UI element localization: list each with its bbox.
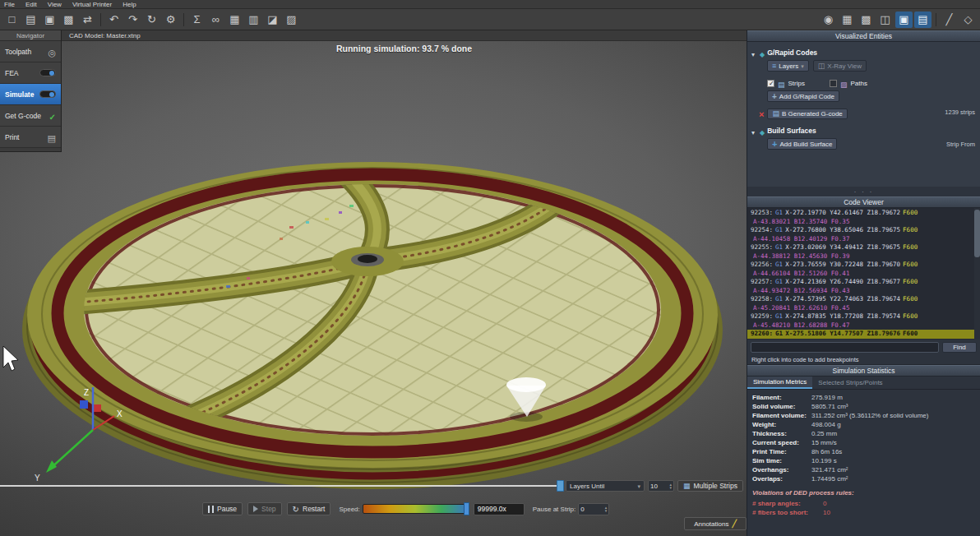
simulate-toggle[interactable] (39, 90, 56, 98)
strips-count: 1239 strips (945, 109, 975, 116)
chevron-down-icon (637, 483, 640, 490)
code-scrollbar-thumb[interactable] (974, 210, 980, 257)
strips-checkbox[interactable] (767, 80, 774, 87)
axis-cube-red (94, 404, 101, 412)
stat-row: Current speed:15 mm/s (752, 438, 975, 447)
layers-count-spinner[interactable]: 10 ▴▾ (648, 480, 674, 492)
open-folder-icon[interactable]: ▤ (22, 12, 39, 28)
annotations-button[interactable]: Annotations (684, 517, 747, 530)
menu-view[interactable]: View (48, 1, 62, 8)
fea-toggle[interactable] (39, 69, 56, 76)
code-line[interactable]: A-45.20841 B12.62610 F0.45 (747, 304, 980, 313)
code-line[interactable]: 92258:G1X-274.57395 Y22.74063 Z18.79674F… (747, 295, 980, 304)
sidebar-item-get-gcode[interactable]: Get G-code (0, 105, 61, 127)
menu-help[interactable]: Help (122, 1, 136, 8)
panel-resize-handle[interactable] (747, 187, 980, 196)
tree-node-build-surfaces[interactable]: Build Surfaces (751, 123, 816, 138)
analysis-sigma-icon[interactable]: Σ (188, 12, 206, 28)
new-file-icon[interactable]: □ (3, 12, 21, 28)
generated-gcode-item[interactable]: B Generated G-code (767, 109, 847, 119)
step-button[interactable]: Step (247, 502, 282, 515)
code-line[interactable]: 92254:G1X-272.76800 Y38.65046 Z18.79675F… (747, 226, 980, 235)
navigator-header: Navigator (0, 30, 61, 41)
menu-edit[interactable]: Edit (25, 1, 37, 8)
code-viewer[interactable]: 92253:G1X-272.19770 Y42.61467 Z18.79672F… (747, 208, 980, 340)
code-line[interactable]: 92257:G1X-274.21369 Y26.74490 Z18.79677F… (747, 278, 980, 287)
grid-view-icon[interactable]: ▥ (245, 12, 262, 28)
tab-simulation-metrics[interactable]: Simulation Metrics (747, 377, 812, 389)
table-view-icon[interactable]: ▦ (839, 12, 856, 28)
generated-gcode-row[interactable]: B Generated G-code (759, 106, 848, 121)
spinner-arrows-icon[interactable]: ▴▾ (669, 483, 672, 489)
xray-view-button[interactable]: X-Ray View (813, 60, 867, 72)
code-line[interactable]: A-44.10458 B12.40129 F0.37 (747, 235, 980, 244)
code-line[interactable]: A-44.66104 B12.51260 F0.41 (747, 270, 980, 279)
menu-virtual-printer[interactable]: Virtual Printer (72, 1, 112, 8)
code-line[interactable]: A-44.38812 B12.45630 F0.39 (747, 252, 980, 261)
layer-timeline-handle[interactable] (557, 480, 564, 492)
layers-dropdown-button[interactable]: Layers (767, 60, 809, 72)
menu-file[interactable]: File (4, 1, 15, 8)
viewport-3d[interactable]: Z X Y CAD Model: Master.xtnp Running sim… (0, 30, 747, 536)
refresh-icon[interactable]: ↻ (143, 12, 160, 28)
delete-x-icon[interactable] (759, 106, 764, 121)
code-line[interactable]: A-45.48210 B12.68288 F0.47 (747, 321, 980, 330)
strips-paths-row: Strips Paths (767, 76, 867, 90)
right-panel: Visualized Entities G/Rapid Codes Layers… (747, 30, 980, 536)
link-icon[interactable]: ∞ (207, 12, 224, 28)
code-line[interactable]: A-44.93472 B12.56934 F0.43 (747, 287, 980, 296)
toolbar: □ ▤ ▣ ▩ ⇄ ↶ ↷ ↻ ⚙ Σ ∞ ▦ ▥ ◪ ▨ ◉ ▦ ▩ ◫ ▣ … (0, 9, 980, 30)
layout-panels-icon[interactable]: ◫ (876, 12, 894, 28)
save-icon[interactable]: ▣ (41, 12, 58, 28)
code-panel-icon[interactable]: ▣ (895, 12, 913, 28)
sidebar-item-fea[interactable]: FEA (0, 62, 61, 84)
layers-until-dropdown[interactable]: Layers Until (566, 480, 645, 492)
undo-icon[interactable]: ↶ (105, 12, 122, 28)
speed-slider[interactable] (363, 504, 468, 514)
multiple-strips-button[interactable]: Multiple Strips (677, 480, 743, 492)
sidebar-item-simulate[interactable]: Simulate (0, 84, 61, 105)
report-icon[interactable]: ◪ (264, 12, 281, 28)
paths-checkbox[interactable] (830, 80, 837, 87)
code-line-highlighted[interactable]: 92260:G1X-275.51806 Y14.77507 Z18.79676F… (747, 330, 980, 339)
spinner-arrows-icon[interactable]: ▴▾ (605, 506, 608, 512)
export-icon[interactable]: ⇄ (79, 12, 96, 28)
tree-node-g-rapid-codes[interactable]: G/Rapid Codes (751, 45, 817, 60)
speed-value-box: 99999.0x (474, 503, 525, 515)
add-g-rapid-code-button[interactable]: Add G/Rapid Code (767, 90, 839, 102)
collapse-arrow-icon[interactable] (751, 45, 757, 60)
sidebar-item-print[interactable]: Print (0, 127, 61, 148)
grid-icon[interactable]: ▩ (858, 12, 875, 28)
stat-row: Filament volume:311.252 cm³ (5.36112% of… (752, 411, 975, 420)
add-build-surface-button[interactable]: Add Build Surface (767, 138, 837, 150)
save-all-icon[interactable]: ▩ (60, 12, 77, 28)
violation-row: # fibers too short:10 (752, 508, 975, 517)
code-scrollbar[interactable] (974, 208, 980, 340)
collapse-arrow-icon[interactable] (751, 123, 757, 138)
toolbar-separator (100, 13, 101, 26)
entities-panel-icon[interactable]: ▤ (914, 12, 931, 28)
x-axis-label: X (117, 409, 122, 418)
pause-button[interactable]: Pause (202, 502, 243, 515)
code-line[interactable]: A-43.83021 B12.35740 F0.35 (747, 218, 980, 227)
sidebar-item-toolpath[interactable]: Toolpath (0, 41, 61, 62)
code-search-input[interactable] (751, 342, 939, 353)
table-icon[interactable]: ▦ (226, 12, 243, 28)
code-line[interactable]: 92259:G1X-274.87835 Y18.77208 Z18.79574F… (747, 312, 980, 321)
pen-tool-icon[interactable]: ╱ (941, 12, 958, 28)
speed-slider-handle[interactable] (464, 502, 469, 515)
layer-timeline-track[interactable] (0, 485, 564, 487)
disc-center-hole (358, 255, 377, 263)
code-line[interactable]: 92255:G1X-273.02069 Y34.49412 Z18.79675F… (747, 243, 980, 252)
chart-icon[interactable]: ▨ (283, 12, 300, 28)
pause-at-strip-spinner[interactable]: 0 ▴▾ (578, 503, 609, 515)
settings-gear-icon[interactable]: ⚙ (162, 12, 179, 28)
find-button[interactable]: Find (942, 342, 977, 353)
redo-icon[interactable]: ↷ (124, 12, 141, 28)
measure-tool-icon[interactable]: ◇ (959, 12, 977, 28)
tab-selected-strips-points[interactable]: Selected Strips/Points (812, 377, 888, 389)
code-line[interactable]: 92253:G1X-272.19770 Y42.61467 Z18.79672F… (747, 209, 980, 218)
visibility-eye-icon[interactable]: ◉ (820, 12, 837, 28)
code-line[interactable]: 92256:G1X-273.76559 Y30.72248 Z18.79670F… (747, 261, 980, 270)
restart-button[interactable]: Restart (287, 502, 331, 515)
